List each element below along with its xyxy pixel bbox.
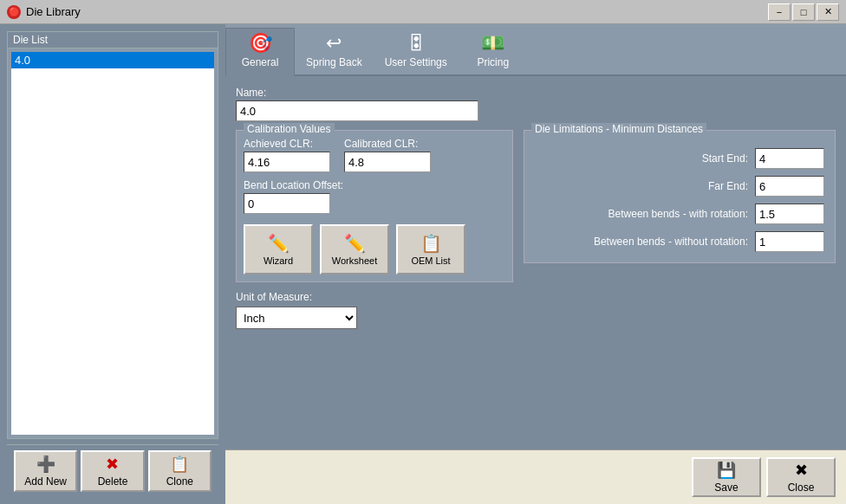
- achieved-clr-row: Achieved CLR:: [244, 138, 330, 172]
- close-icon: ✖: [795, 461, 808, 480]
- bend-offset-label: Bend Location Offset:: [244, 179, 505, 191]
- oem-list-label: OEM List: [411, 255, 450, 266]
- calibration-group: Calibration Values Achieved CLR: Calibra…: [236, 130, 513, 282]
- user-settings-tab-label: User Settings: [385, 56, 447, 68]
- calibration-legend: Calibration Values: [244, 123, 335, 135]
- clone-label: Clone: [166, 475, 193, 488]
- pricing-tab-icon: 💵: [481, 32, 504, 55]
- right-panel: 🎯 General ↩ Spring Back 🎛 User Settings …: [225, 24, 846, 504]
- far-end-row: Far End:: [531, 176, 824, 197]
- oem-list-icon: 📋: [420, 233, 442, 254]
- between-bends-no-rotation-label: Between bends - without rotation:: [531, 236, 755, 248]
- tab-pricing[interactable]: 💵 Pricing: [459, 28, 528, 74]
- two-col-layout: Calibration Values Achieved CLR: Calibra…: [236, 130, 836, 439]
- save-icon: 💾: [717, 461, 736, 480]
- name-label: Name:: [236, 87, 836, 99]
- left-column: Calibration Values Achieved CLR: Calibra…: [236, 130, 513, 439]
- calibrated-clr-input[interactable]: [344, 152, 431, 172]
- clone-button[interactable]: 📋 Clone: [148, 450, 212, 492]
- maximize-button[interactable]: □: [792, 3, 815, 21]
- name-field-row: Name:: [236, 87, 836, 121]
- unit-of-measure-row: Unit of Measure: Inch Millimeter: [236, 291, 513, 329]
- left-panel: Die List 4.0 ➕ Add New ✖ Delete 📋 Clone: [0, 24, 225, 504]
- spring-back-tab-label: Spring Back: [306, 56, 362, 68]
- bend-offset-row: Bend Location Offset:: [244, 179, 505, 214]
- between-bends-rotation-label: Between bends - with rotation:: [531, 208, 755, 220]
- wizard-label: Wizard: [264, 255, 293, 266]
- start-end-input[interactable]: [755, 148, 824, 169]
- start-end-row: Start End:: [531, 148, 824, 169]
- worksheet-button[interactable]: ✏️ Worksheet: [320, 224, 389, 275]
- between-bends-rotation-input[interactable]: [755, 204, 824, 224]
- main-container: Die List 4.0 ➕ Add New ✖ Delete 📋 Clone: [0, 24, 846, 504]
- wizard-icon: ✏️: [268, 233, 290, 254]
- close-window-button[interactable]: ✕: [817, 3, 839, 21]
- unit-of-measure-select[interactable]: Inch Millimeter: [236, 307, 357, 329]
- bend-offset-input[interactable]: [244, 193, 330, 214]
- die-list-item[interactable]: 4.0: [11, 52, 214, 68]
- clone-icon: 📋: [170, 455, 189, 474]
- die-list-title: Die List: [8, 32, 218, 48]
- far-end-label: Far End:: [531, 180, 755, 192]
- title-bar: 🔴 Die Library − □ ✕: [0, 0, 846, 24]
- worksheet-label: Worksheet: [332, 255, 377, 266]
- tool-buttons: ✏️ Wizard ✏️ Worksheet 📋 OEM List: [244, 224, 505, 275]
- add-icon: ➕: [36, 455, 55, 474]
- tabs-container: 🎯 General ↩ Spring Back 🎛 User Settings …: [225, 24, 846, 76]
- between-bends-rotation-row: Between bends - with rotation:: [531, 204, 824, 224]
- close-label: Close: [788, 481, 815, 494]
- right-column: Die Limitations - Minimum Distances Star…: [524, 130, 836, 439]
- spring-back-tab-icon: ↩: [326, 32, 342, 55]
- limitations-legend: Die Limitations - Minimum Distances: [531, 123, 706, 135]
- start-end-label: Start End:: [531, 152, 755, 165]
- close-button[interactable]: ✖ Close: [766, 457, 836, 497]
- achieved-clr-input[interactable]: [244, 152, 330, 172]
- app-icon: 🔴: [7, 5, 21, 19]
- oem-list-button[interactable]: 📋 OEM List: [396, 224, 465, 275]
- far-end-input[interactable]: [755, 176, 824, 197]
- general-tab-icon: 🎯: [249, 32, 272, 55]
- calibrated-clr-label: Calibrated CLR:: [344, 138, 431, 150]
- window-title: Die Library: [26, 5, 81, 18]
- between-bends-no-rotation-row: Between bends - without rotation:: [531, 231, 824, 252]
- name-input[interactable]: [236, 100, 478, 121]
- die-list-box: 4.0: [11, 52, 214, 435]
- calibration-content: Achieved CLR: Calibrated CLR: Bend Locat…: [244, 138, 505, 275]
- clr-fields: Achieved CLR: Calibrated CLR:: [244, 138, 505, 172]
- delete-icon: ✖: [106, 455, 119, 474]
- save-button[interactable]: 💾 Save: [692, 457, 761, 497]
- minimize-button[interactable]: −: [768, 3, 791, 21]
- between-bends-no-rotation-input[interactable]: [755, 231, 824, 252]
- user-settings-tab-icon: 🎛: [407, 32, 426, 55]
- worksheet-icon: ✏️: [344, 233, 366, 254]
- achieved-clr-label: Achieved CLR:: [244, 138, 330, 150]
- add-new-button[interactable]: ➕ Add New: [14, 450, 77, 492]
- limitations-group: Die Limitations - Minimum Distances Star…: [524, 130, 836, 263]
- content-area: Name: Calibration Values Achieved CLR:: [225, 76, 846, 449]
- unit-of-measure-label: Unit of Measure:: [236, 291, 513, 303]
- tab-general[interactable]: 🎯 General: [225, 28, 295, 76]
- general-tab-label: General: [242, 56, 279, 68]
- tab-spring-back[interactable]: ↩ Spring Back: [295, 28, 374, 74]
- add-new-label: Add New: [24, 475, 67, 488]
- delete-button[interactable]: ✖ Delete: [81, 450, 144, 492]
- pricing-tab-label: Pricing: [477, 56, 509, 68]
- wizard-button[interactable]: ✏️ Wizard: [244, 224, 313, 275]
- die-list-group: Die List 4.0: [7, 31, 218, 439]
- delete-label: Delete: [98, 475, 128, 488]
- left-action-buttons: ➕ Add New ✖ Delete 📋 Clone: [7, 444, 218, 497]
- window-controls: − □ ✕: [768, 3, 839, 21]
- tab-user-settings[interactable]: 🎛 User Settings: [374, 28, 459, 74]
- calibrated-clr-row: Calibrated CLR:: [344, 138, 431, 172]
- save-label: Save: [714, 481, 738, 494]
- footer-bar: 💾 Save ✖ Close: [225, 449, 846, 504]
